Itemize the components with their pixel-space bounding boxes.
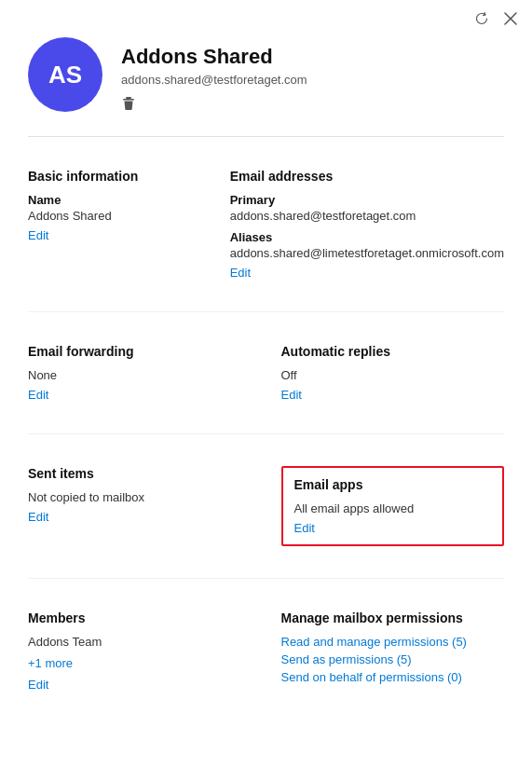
permissions-cell: Manage mailbox permissions Read and mana…: [266, 597, 505, 705]
delete-icon[interactable]: [121, 98, 136, 114]
email-forwarding-cell: Email forwarding None Edit: [28, 331, 266, 415]
sent-items-title: Sent items: [28, 466, 255, 481]
sent-items-value: Not copied to mailbox: [28, 490, 255, 504]
email-forwarding-edit-link[interactable]: Edit: [28, 388, 48, 402]
name-label: Name: [28, 193, 204, 207]
sent-items-cell: Sent items Not copied to mailbox Edit: [28, 453, 266, 559]
header-email: addons.shared@testforetaget.com: [121, 73, 504, 87]
header: AS Addons Shared addons.shared@testforet…: [0, 0, 532, 136]
close-icon[interactable]: [504, 12, 517, 25]
row-forwarding-replies: Email forwarding None Edit Automatic rep…: [0, 312, 532, 433]
members-value: Addons Team: [28, 635, 255, 649]
primary-label: Primary: [230, 193, 504, 207]
members-more-link[interactable]: +1 more: [28, 656, 73, 670]
basic-info-cell: Basic information Name Addons Shared Edi…: [28, 156, 215, 293]
read-manage-link[interactable]: Read and manage permissions (5): [281, 635, 505, 649]
automatic-replies-title: Automatic replies: [281, 344, 505, 359]
permissions-title: Manage mailbox permissions: [281, 611, 505, 625]
name-value: Addons Shared: [28, 209, 204, 223]
send-behalf-link[interactable]: Send on behalf of permissions (0): [281, 670, 505, 684]
svg-rect-2: [126, 97, 131, 99]
basic-info-title: Basic information: [28, 169, 204, 184]
email-forwarding-title: Email forwarding: [28, 344, 255, 359]
row-members-permissions: Members Addons Team +1 more Edit Manage …: [0, 579, 532, 723]
email-forwarding-value: None: [28, 368, 255, 382]
basic-info-edit-link[interactable]: Edit: [28, 228, 48, 242]
header-info: Addons Shared addons.shared@testforetage…: [121, 37, 504, 114]
email-apps-edit-link[interactable]: Edit: [294, 521, 315, 535]
header-name: Addons Shared: [121, 45, 504, 69]
row-sent-emailapps: Sent items Not copied to mailbox Edit Em…: [0, 434, 532, 578]
automatic-replies-cell: Automatic replies Off Edit: [266, 331, 505, 415]
email-addresses-cell: Email addresses Primary addons.shared@te…: [215, 156, 504, 293]
email-addresses-title: Email addresses: [230, 169, 504, 184]
svg-rect-3: [123, 99, 134, 101]
email-apps-title: Email apps: [294, 477, 492, 492]
members-cell: Members Addons Team +1 more Edit: [28, 597, 266, 705]
refresh-icon[interactable]: [474, 11, 489, 26]
automatic-replies-edit-link[interactable]: Edit: [281, 388, 302, 402]
aliases-label: Aliases: [230, 230, 504, 244]
primary-value: addons.shared@testforetaget.com: [230, 209, 504, 223]
send-as-link[interactable]: Send as permissions (5): [281, 652, 505, 666]
email-apps-value: All email apps allowed: [294, 501, 492, 515]
avatar: AS: [28, 37, 102, 112]
email-apps-highlight-box: Email apps All email apps allowed Edit: [281, 466, 505, 546]
email-addresses-edit-link[interactable]: Edit: [230, 266, 251, 280]
aliases-value: addons.shared@limetestforetaget.onmicros…: [230, 246, 504, 260]
top-bar: [474, 11, 517, 26]
sent-items-edit-link[interactable]: Edit: [28, 510, 48, 524]
members-edit-link[interactable]: Edit: [28, 678, 48, 692]
automatic-replies-value: Off: [281, 368, 505, 382]
members-title: Members: [28, 611, 255, 625]
email-apps-cell: Email apps All email apps allowed Edit: [266, 453, 505, 559]
row-basic-email: Basic information Name Addons Shared Edi…: [0, 137, 532, 311]
